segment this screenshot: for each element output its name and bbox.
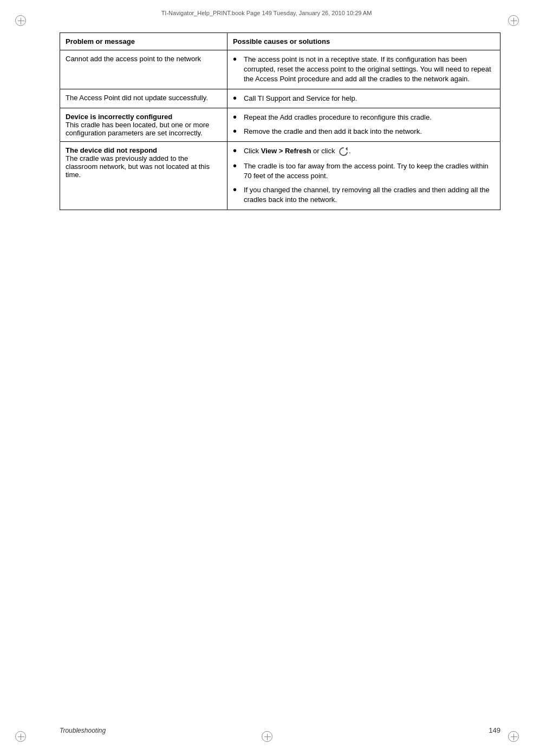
solution-text: The cradle is too far away from the acce…	[244, 161, 495, 181]
footer-page-number: 149	[489, 726, 500, 734]
problem-bold-title-4: The device did not respond	[66, 146, 157, 154]
solution-list-3: • Repeat the Add cradles procedure to re…	[233, 113, 495, 136]
corner-mark-tl	[15, 15, 25, 25]
table-row: Device is incorrectly configured This cr…	[60, 108, 500, 141]
list-item: • Repeat the Add cradles procedure to re…	[233, 113, 495, 122]
bullet-dot: •	[233, 184, 242, 195]
table-row: Cannot add the access point to the netwo…	[60, 50, 500, 89]
bullet-dot: •	[233, 126, 242, 136]
solution-cell-1: • The access point is not in a receptive…	[227, 50, 500, 89]
col2-header: Possible causes or solutions	[227, 33, 500, 50]
problem-text-1: Cannot add the access point to the netwo…	[66, 55, 201, 63]
corner-mark-br	[508, 731, 518, 741]
table-row: The device did not respond The cradle wa…	[60, 141, 500, 210]
list-item: • The access point is not in a receptive…	[233, 55, 495, 84]
problem-subtitle-3: This cradle has been located, but one or…	[66, 121, 209, 137]
solution-cell-2: • Call TI Support and Service for help.	[227, 89, 500, 108]
bullet-dot: •	[233, 112, 242, 122]
solution-list-1: • The access point is not in a receptive…	[233, 55, 495, 84]
list-item: • Remove the cradle and then add it back…	[233, 127, 495, 136]
problem-cell-3: Device is incorrectly configured This cr…	[60, 108, 227, 141]
bullet-dot: •	[233, 93, 242, 103]
main-content: Problem or message Possible causes or so…	[60, 32, 500, 210]
problem-bold-title-3: Device is incorrectly configured	[66, 113, 172, 121]
problem-cell-4: The device did not respond The cradle wa…	[60, 141, 227, 210]
bullet-dot: •	[233, 145, 242, 156]
list-item: • If you changed the channel, try removi…	[233, 185, 495, 205]
solution-text: Repeat the Add cradles procedure to reco…	[244, 113, 432, 122]
problem-subtitle-4: The cradle was previously added to the c…	[66, 154, 210, 179]
problem-text-2: The Access Point did not update successf…	[66, 94, 208, 102]
bullet-dot: •	[233, 160, 242, 171]
col1-header: Problem or message	[60, 33, 227, 50]
solution-text: If you changed the channel, try removing…	[244, 185, 495, 205]
solution-list-2: • Call TI Support and Service for help.	[233, 94, 495, 103]
solution-text: Call TI Support and Service for help.	[244, 94, 357, 103]
solution-text: The access point is not in a receptive s…	[244, 55, 495, 84]
solution-cell-3: • Repeat the Add cradles procedure to re…	[227, 108, 500, 141]
solution-text: Remove the cradle and then add it back i…	[244, 127, 422, 136]
solution-cell-4: • Click View > Refresh or click . •	[227, 141, 500, 210]
header-text: TI-Navigator_Help_PRINT.book Page 149 Tu…	[161, 10, 372, 16]
list-item: • Click View > Refresh or click .	[233, 146, 495, 157]
corner-mark-bl	[15, 731, 25, 741]
corner-mark-tr	[508, 15, 518, 25]
solution-list-4: • Click View > Refresh or click . •	[233, 146, 495, 205]
list-item: • Call TI Support and Service for help.	[233, 94, 495, 103]
list-item: • The cradle is too far away from the ac…	[233, 161, 495, 181]
footer-label: Troubleshooting	[60, 727, 106, 734]
page-header: TI-Navigator_Help_PRINT.book Page 149 Tu…	[0, 10, 533, 16]
problem-cell-1: Cannot add the access point to the netwo…	[60, 50, 227, 89]
solution-text: Click View > Refresh or click .	[244, 146, 351, 157]
table-row: The Access Point did not update successf…	[60, 89, 500, 108]
problem-cell-2: The Access Point did not update successf…	[60, 89, 227, 108]
refresh-icon	[338, 146, 349, 157]
bullet-dot: •	[233, 54, 242, 64]
page-footer: Troubleshooting 149	[60, 726, 500, 734]
main-table: Problem or message Possible causes or so…	[60, 32, 500, 210]
